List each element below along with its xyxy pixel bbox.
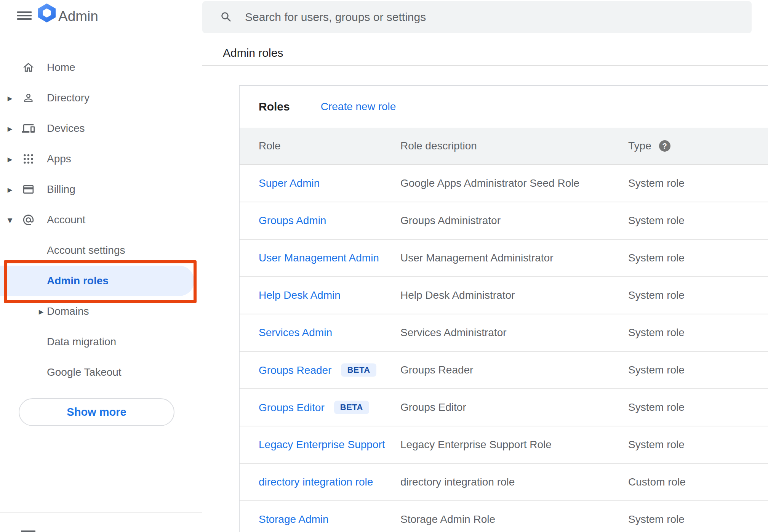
role-cell: Legacy Enterprise Support (259, 439, 385, 451)
sidebar-item-label: Account settings (47, 244, 125, 256)
beta-badge: BETA (341, 364, 376, 377)
column-header-type: Type ? (628, 140, 670, 152)
role-cell: directory integration role (259, 476, 373, 488)
role-cell: Storage Admin (259, 513, 329, 526)
role-description: Groups Editor (400, 401, 466, 413)
search-bar[interactable] (202, 1, 752, 33)
search-icon (220, 11, 233, 24)
role-description: Groups Reader (400, 364, 473, 376)
column-header-role: Role (259, 140, 281, 152)
role-type: System role (628, 327, 685, 339)
role-link[interactable]: Groups Editor (259, 401, 325, 413)
sidebar-item-label: Google Takeout (47, 366, 122, 378)
expand-arrow-icon[interactable]: ▸ (5, 93, 14, 103)
role-cell: Super Admin (259, 177, 320, 189)
table-row: User Management AdminUser Management Adm… (240, 240, 768, 277)
roles-card: Roles Create new role Role Role descript… (239, 85, 768, 532)
expand-arrow-icon[interactable]: ▸ (37, 307, 46, 316)
sidebar-item-directory[interactable]: ▸Directory (0, 83, 198, 113)
breadcrumb-divider (202, 65, 768, 66)
apps-grid-icon (22, 153, 35, 165)
sidebar-item-label: Devices (47, 122, 85, 135)
role-link[interactable]: Services Admin (259, 327, 332, 339)
table-row: Services AdminServices AdministratorSyst… (240, 314, 768, 352)
role-link[interactable]: Super Admin (259, 177, 320, 189)
role-link[interactable]: Groups Admin (259, 215, 326, 227)
partial-icon (21, 530, 35, 532)
sidebar-item-label: Admin roles (47, 275, 109, 287)
expand-arrow-icon[interactable]: ▸ (5, 124, 14, 133)
table-row: Groups AdminGroups AdministratorSystem r… (240, 202, 768, 240)
role-cell: Groups EditorBETA (259, 401, 369, 414)
sidebar-item-label: Apps (47, 153, 71, 165)
roles-title: Roles (259, 100, 290, 113)
role-description: Legacy Enterprise Support Role (400, 439, 552, 451)
table-body: Super AdminGoogle Apps Administrator See… (240, 165, 768, 532)
devices-icon (22, 122, 35, 135)
role-type: System role (628, 252, 685, 264)
sidebar-item-label: Home (47, 61, 75, 74)
create-new-role-link[interactable]: Create new role (321, 101, 396, 113)
role-cell: User Management Admin (259, 252, 379, 264)
table-row: Groups EditorBETAGroups EditorSystem rol… (240, 389, 768, 426)
table-row: Storage AdminStorage Admin RoleSystem ro… (240, 501, 768, 532)
sidebar-item-devices[interactable]: ▸Devices (0, 113, 198, 144)
role-link[interactable]: Storage Admin (259, 513, 329, 526)
sidebar-item-apps[interactable]: ▸Apps (0, 144, 198, 174)
show-more-button[interactable]: Show more (19, 398, 174, 426)
sidebar-item-billing[interactable]: ▸Billing (0, 174, 198, 205)
role-type: Custom role (628, 476, 686, 488)
role-link[interactable]: Legacy Enterprise Support (259, 439, 385, 451)
role-cell: Groups Admin (259, 215, 326, 227)
sidebar-item-home[interactable]: Home (0, 52, 198, 83)
role-type: System role (628, 364, 685, 376)
sidebar-nav: Home▸Directory▸Devices▸Apps▸Billing▾Acco… (0, 0, 202, 532)
home-icon (22, 61, 35, 74)
role-description: Services Administrator (400, 327, 507, 339)
breadcrumb: Admin roles (223, 46, 283, 59)
role-description: Groups Administrator (400, 215, 501, 227)
sidebar-item-admin-roles[interactable]: Admin roles (0, 266, 194, 296)
role-link[interactable]: Groups Reader (259, 364, 331, 376)
table-row: Super AdminGoogle Apps Administrator See… (240, 165, 768, 202)
role-description: Help Desk Administrator (400, 289, 515, 301)
collapse-arrow-icon[interactable]: ▾ (5, 215, 14, 225)
person-icon (22, 92, 35, 104)
role-type: System role (628, 215, 685, 227)
sidebar-item-label: Billing (47, 183, 75, 195)
role-description: Google Apps Administrator Seed Role (400, 177, 579, 189)
expand-arrow-icon[interactable]: ▸ (5, 185, 14, 194)
sidebar-item-label: Account (47, 214, 85, 226)
sidebar-item-data-migration[interactable]: Data migration (0, 327, 198, 357)
search-input[interactable] (245, 11, 733, 24)
beta-badge: BETA (334, 401, 369, 414)
sidebar-item-account[interactable]: ▾Account (0, 205, 198, 235)
role-link[interactable]: User Management Admin (259, 252, 379, 264)
help-icon[interactable]: ? (659, 140, 670, 152)
role-description: directory integration role (400, 476, 515, 488)
role-type: System role (628, 289, 685, 301)
role-type: System role (628, 439, 685, 451)
role-type: System role (628, 401, 685, 413)
table-header-row: Role Role description Type ? (240, 128, 768, 165)
column-header-description: Role description (400, 140, 477, 152)
roles-card-header: Roles Create new role (240, 86, 768, 128)
role-cell: Groups ReaderBETA (259, 364, 376, 377)
role-type: System role (628, 177, 685, 189)
sidebar-item-account-settings[interactable]: Account settings (0, 235, 198, 266)
sidebar-item-google-takeout[interactable]: Google Takeout (0, 357, 198, 388)
role-type: System role (628, 513, 685, 526)
role-description: Storage Admin Role (400, 513, 495, 526)
sidebar-item-label: Data migration (47, 336, 116, 348)
role-link[interactable]: directory integration role (259, 476, 373, 488)
table-row: Groups ReaderBETAGroups ReaderSystem rol… (240, 352, 768, 389)
at-sign-icon (22, 214, 35, 226)
credit-card-icon (22, 183, 35, 196)
sidebar-bottom-divider (0, 512, 202, 513)
table-row: Legacy Enterprise SupportLegacy Enterpri… (240, 426, 768, 464)
expand-arrow-icon[interactable]: ▸ (5, 154, 14, 164)
table-row: Help Desk AdminHelp Desk AdministratorSy… (240, 277, 768, 314)
sidebar-item-domains[interactable]: ▸Domains (0, 296, 198, 327)
table-row: directory integration roledirectory inte… (240, 464, 768, 501)
role-link[interactable]: Help Desk Admin (259, 289, 341, 301)
